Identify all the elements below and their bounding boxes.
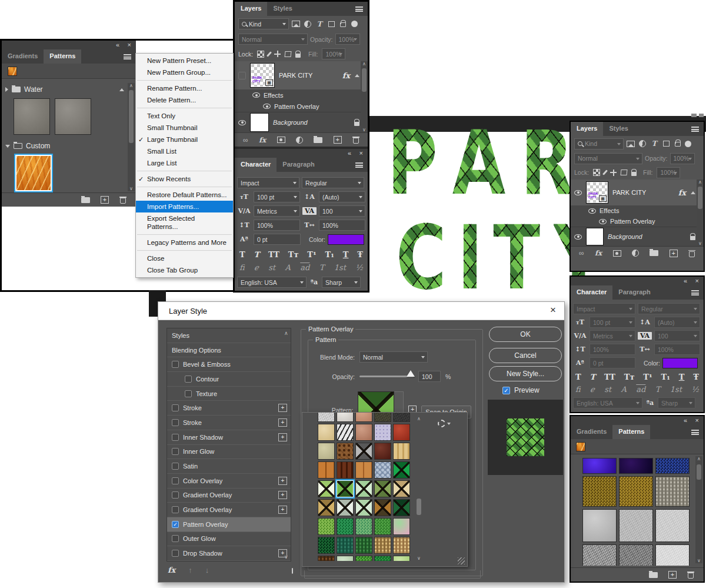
subscript-button[interactable]: T₁ (661, 373, 670, 381)
discretionary-ligatures-button[interactable]: st (604, 385, 611, 394)
new-group-icon[interactable] (314, 137, 322, 143)
new-group-button[interactable] (649, 572, 658, 578)
ok-button[interactable]: OK (489, 327, 562, 342)
menu-item[interactable]: Delete Pattern... (136, 94, 233, 106)
menu-item[interactable]: New Pattern Preset... (136, 55, 233, 67)
style-checkbox[interactable] (172, 506, 179, 513)
effects-row[interactable]: Effects (235, 89, 368, 101)
font-style-dropdown[interactable]: Regular (302, 177, 364, 188)
small-caps-button[interactable]: Tᴛ (624, 373, 635, 381)
swash-button[interactable]: A (285, 263, 290, 272)
opacity-value[interactable]: 100% (670, 153, 695, 164)
pattern-swatch[interactable] (337, 518, 354, 535)
add-instance-icon[interactable]: + (278, 404, 287, 412)
panel-scrollbar[interactable]: ∧ ∨ (695, 456, 702, 563)
pattern-swatch[interactable] (582, 509, 617, 542)
effects-row[interactable]: Effects (571, 205, 704, 216)
pattern-swatch[interactable] (374, 518, 391, 535)
lock-all-icon[interactable] (631, 172, 637, 176)
style-checkbox[interactable] (172, 419, 179, 426)
pattern-swatch[interactable] (619, 476, 653, 507)
pattern-swatch[interactable] (337, 537, 354, 554)
filter-type-icon[interactable]: T (315, 20, 324, 28)
style-row[interactable]: Gradient Overlay + (167, 503, 291, 517)
font-style-dropdown[interactable]: Regular (638, 303, 700, 314)
close-panel-icon[interactable]: × (695, 277, 699, 285)
move-effect-up-icon[interactable]: ↑ (188, 566, 192, 574)
horizontal-scale-field[interactable]: 100% (654, 344, 700, 355)
pattern-swatch[interactable] (393, 537, 410, 554)
font-size-dropdown[interactable]: 100 pt (254, 191, 300, 202)
style-row[interactable]: Inner Glow + (167, 445, 291, 460)
ordinals-button[interactable]: 1st (334, 263, 346, 272)
lock-position-icon[interactable] (610, 170, 617, 176)
layers-scrollbar[interactable]: ∧ ∨ (361, 61, 368, 132)
small-caps-button[interactable]: Tᴛ (288, 250, 299, 259)
pattern-swatch[interactable] (318, 537, 335, 554)
superscript-button[interactable]: T¹ (643, 373, 652, 381)
layer-row-parkcity[interactable]: PARKCITY ▦ PARK CITY fx (235, 61, 368, 89)
menu-item[interactable]: Large List (136, 157, 233, 169)
anti-alias-dropdown[interactable]: Sharp (322, 277, 361, 288)
font-family-dropdown[interactable]: Impact (573, 303, 635, 314)
panel-menu-icon[interactable] (355, 6, 363, 12)
add-instance-icon[interactable]: + (278, 491, 287, 499)
style-row[interactable]: Texture + (167, 387, 291, 401)
menu-item[interactable]: Import Patterns... (136, 201, 233, 212)
lock-pixels-icon[interactable] (267, 51, 272, 57)
filter-image-icon[interactable] (626, 141, 635, 147)
style-checkbox[interactable] (185, 390, 192, 397)
style-checkbox[interactable] (172, 491, 179, 499)
style-checkbox[interactable] (172, 550, 179, 557)
fractions-button[interactable]: ½ (691, 385, 699, 394)
opacity-slider[interactable] (359, 376, 414, 377)
collapse-effects-icon[interactable] (691, 191, 695, 194)
stylistic-alternates-button[interactable]: ad (300, 263, 309, 272)
pattern-swatch[interactable] (355, 443, 372, 460)
pattern-swatch[interactable] (619, 458, 653, 474)
style-row[interactable]: Pattern Overlay + (167, 517, 291, 532)
resize-grip[interactable] (458, 557, 465, 564)
strikethrough-button[interactable]: Ŧ (357, 250, 363, 259)
pattern-swatch[interactable] (374, 461, 391, 479)
tab-gradients[interactable]: Gradients (571, 425, 612, 439)
leading-dropdown[interactable]: (Auto) (654, 317, 700, 328)
layer-row-background[interactable]: Background (235, 112, 368, 132)
layers-scrollbar[interactable]: ∧ ∨ (697, 180, 704, 246)
lock-pixels-icon[interactable] (602, 170, 608, 175)
pattern-swatch[interactable] (374, 443, 391, 460)
pattern-swatch[interactable] (355, 424, 372, 441)
style-row[interactable]: Bevel & Emboss + (167, 357, 291, 372)
opacity-slider-thumb[interactable] (407, 370, 415, 377)
pattern-swatch[interactable] (318, 556, 335, 561)
collapse-panel-icon[interactable]: « (116, 41, 119, 49)
pattern-swatch[interactable] (318, 443, 335, 460)
add-effect-icon[interactable]: fx (168, 566, 175, 574)
link-layers-icon[interactable]: ∞ (243, 136, 248, 144)
ligatures-button[interactable]: fi (239, 263, 245, 272)
pattern-swatch[interactable] (393, 518, 410, 535)
layer-thumbnail[interactable]: PARKCITY ▦ (251, 64, 274, 87)
eye-icon[interactable] (263, 104, 271, 109)
pattern-swatch[interactable] (393, 480, 410, 497)
contextual-alternates-button[interactable]: ℯ (254, 263, 259, 272)
new-group-icon[interactable] (650, 250, 658, 256)
menu-item[interactable]: Close (136, 253, 233, 264)
pattern-swatch[interactable] (318, 499, 335, 516)
language-dropdown[interactable]: English: USA (573, 397, 642, 408)
delete-layer-icon[interactable] (688, 250, 695, 257)
filter-type-icon[interactable]: T (650, 139, 659, 148)
pattern-swatch[interactable] (318, 413, 335, 422)
kind-filter-dropdown[interactable]: Kind (574, 138, 624, 150)
ordinals-button[interactable]: 1st (670, 385, 682, 394)
collapse-panel-icon[interactable]: « (684, 416, 687, 424)
pattern-swatch[interactable] (14, 98, 50, 135)
titling-alternates-button[interactable]: T (655, 385, 661, 394)
eye-icon[interactable] (238, 120, 246, 125)
tab-layers[interactable]: Layers (571, 122, 603, 136)
anti-alias-dropdown[interactable]: Sharp (658, 397, 695, 408)
style-row[interactable]: Inner Shadow + (167, 430, 291, 445)
swash-button[interactable]: A (621, 385, 626, 394)
underline-button[interactable]: T (679, 373, 685, 381)
layer-thumbnail[interactable] (587, 228, 603, 245)
